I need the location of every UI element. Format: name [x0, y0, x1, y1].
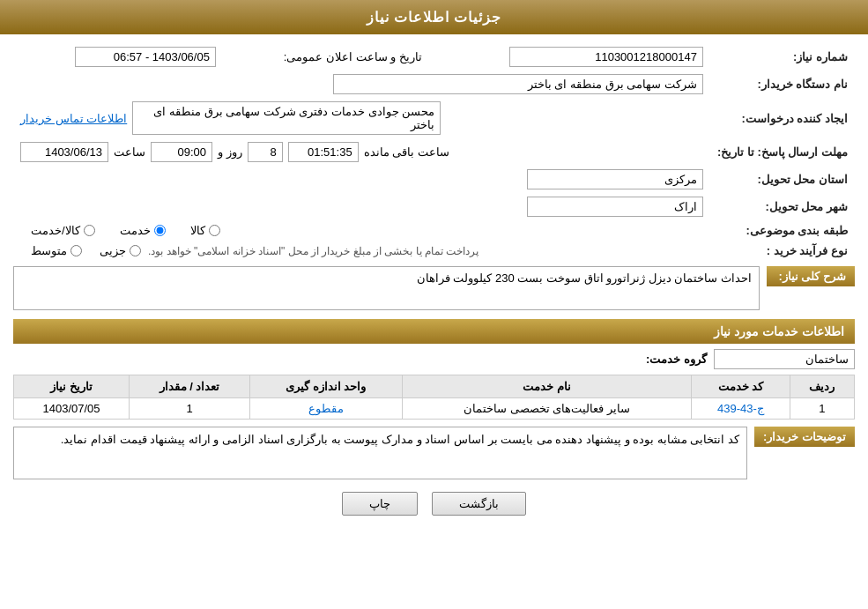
ejad-konande-value: محسن جوادی خدمات دفتری شرکت سهامی برق من…: [132, 101, 441, 135]
back-button[interactable]: بازگشت: [432, 492, 526, 516]
cell-tarikh: 1403/07/05: [14, 398, 130, 420]
saat-value: 09:00: [151, 142, 212, 162]
tarikh-value: 1403/06/13: [20, 142, 108, 162]
gorohe-khedmat-value: ساختمان: [714, 349, 855, 369]
nam-dastgah-value: شرکت سهامی برق منطقه ای باختر: [333, 74, 703, 94]
tabaghebandi-label: طبقه بندی موضوعی:: [710, 220, 855, 241]
farayand-note: پرداخت تمام یا بخشی از مبلغ خریدار از مح…: [148, 245, 479, 257]
rooz-value: 8: [248, 142, 283, 162]
col-tarikh: تاریخ نیاز: [14, 375, 130, 398]
motavaset-label: متوسط: [31, 244, 67, 257]
row-ejad: ایجاد کننده درخواست: اطلاعات تماس خریدار…: [13, 98, 855, 138]
page-container: جزئیات اطلاعات نیاز شماره نیاز: 11030012…: [0, 0, 868, 609]
cell-radif: 1: [790, 398, 854, 420]
cell-kod: ج-43-439: [692, 398, 790, 420]
baqi-label: ساعت باقی مانده: [364, 145, 449, 159]
khedmat-radio[interactable]: [154, 225, 166, 236]
sharh-content: احداث ساختمان دیزل ژنراتورو اتاق سوخت بس…: [13, 266, 760, 310]
col-vahed: واحد اندازه گیری: [249, 375, 402, 398]
ostan-value: مرکزی: [527, 169, 703, 189]
tosih-row: توضیحات خریدار: کد انتخابی مشابه بوده و …: [13, 427, 855, 479]
col-kod: کد خدمت: [692, 375, 790, 398]
ejad-konande-label: ایجاد کننده درخواست:: [710, 98, 855, 138]
cell-nam: سایر فعالیت‌های تخصصی ساختمان: [402, 398, 691, 420]
motavaset-radio[interactable]: [70, 245, 82, 256]
row-shomare: شماره نیاز: 1103001218000147 تاریخ و ساع…: [13, 43, 855, 71]
kala-khedmat-label: کالا/خدمت: [31, 224, 80, 237]
main-content: شماره نیاز: 1103001218000147 تاریخ و ساع…: [0, 34, 868, 537]
kala-khedmat-option[interactable]: کالا/خدمت: [31, 224, 95, 237]
table-body: 1 ج-43-439 سایر فعالیت‌های تخصصی ساختمان…: [14, 398, 855, 420]
print-button[interactable]: چاپ: [342, 492, 418, 516]
row-nam-dastgah: نام دستگاه خریدار: شرکت سهامی برق منطقه …: [13, 71, 855, 98]
shomare-niaz-value: 1103001218000147: [509, 47, 703, 67]
row-shahr: شهر محل تحویل: اراک: [13, 193, 855, 220]
mohlat-cell: 1403/06/13 ساعت 09:00 روز و 8 01:51:35 س…: [13, 138, 710, 166]
sharh-row: شرح کلی نیاز: احداث ساختمان دیزل ژنراتور…: [13, 266, 855, 310]
tarikh-ilan-label: تاریخ و ساعت اعلان عمومی:: [284, 50, 422, 63]
sharh-value: احداث ساختمان دیزل ژنراتورو اتاق سوخت بس…: [13, 266, 760, 310]
motavaset-option[interactable]: متوسط: [31, 244, 82, 257]
rooz-label: روز و: [218, 145, 242, 159]
gorohe-khedmat-row: گروه خدمت: ساختمان: [13, 349, 855, 369]
shahr-label: شهر محل تحویل:: [710, 193, 855, 220]
row-tabaghebandi: طبقه بندی موضوعی: کالا/خدمت خدمت: [13, 220, 855, 241]
page-header: جزئیات اطلاعات نیاز: [0, 0, 868, 34]
tabaghebandi-cell: کالا/خدمت خدمت کالا: [13, 220, 710, 241]
gorohe-khedmat-label: گروه خدمت:: [646, 353, 707, 366]
tabaghebandi-radio-group: کالا/خدمت خدمت کالا: [20, 224, 703, 237]
info-table: شماره نیاز: 1103001218000147 تاریخ و ساع…: [13, 43, 855, 261]
header-title: جزئیات اطلاعات نیاز: [367, 10, 502, 25]
row-ostan: استان محل تحویل: مرکزی: [13, 166, 855, 193]
shomare-niaz-label: شماره نیاز:: [710, 43, 855, 71]
tosih-value: کد انتخابی مشابه بوده و پیشنهاد دهنده می…: [13, 427, 747, 479]
ejad-konande-link[interactable]: اطلاعات تماس خریدار: [20, 112, 127, 125]
jozi-radio[interactable]: [130, 245, 141, 256]
jozi-option[interactable]: جزیی: [100, 244, 141, 257]
shahr-cell: اراک: [13, 193, 710, 220]
tarikh-ilan-value: 1403/06/05 - 06:57: [75, 47, 216, 67]
kala-option[interactable]: کالا: [190, 224, 220, 237]
tarikh-ilan-value-cell: 1403/06/05 - 06:57: [13, 43, 223, 71]
saat-label: ساعت: [114, 145, 145, 159]
buttons-row: بازگشت چاپ: [13, 492, 855, 516]
nooe-farayand-label: نوع فرآیند خرید :: [710, 241, 855, 261]
col-nam: نام خدمت: [402, 375, 691, 398]
baqi-value: 01:51:35: [288, 142, 359, 162]
tosih-label: توضیحات خریدار:: [754, 427, 855, 447]
services-table: ردیف کد خدمت نام خدمت واحد اندازه گیری ت…: [13, 375, 855, 420]
shahr-value: اراک: [527, 197, 703, 217]
col-tedad: تعداد / مقدار: [130, 375, 250, 398]
khedmat-section-header: اطلاعات خدمات مورد نیاز: [13, 319, 855, 344]
col-radif: ردیف: [790, 375, 854, 398]
khedmat-radio-label: خدمت: [120, 224, 151, 237]
cell-vahed: مقطوع: [249, 398, 402, 420]
tarikh-ilan-label-cell: تاریخ و ساعت اعلان عمومی:: [223, 43, 429, 71]
cell-tedad: 1: [130, 398, 250, 420]
jozi-label: جزیی: [100, 244, 126, 257]
row-nooe-farayand: نوع فرآیند خرید : متوسط جزیی پرداخت: [13, 241, 855, 261]
nam-dastgah-label: نام دستگاه خریدار:: [710, 71, 855, 98]
shomare-niaz-cell: 1103001218000147: [429, 43, 710, 71]
ejad-konande-cell: اطلاعات تماس خریدار محسن جوادی خدمات دفت…: [13, 98, 710, 138]
row-mohlat: مهلت ارسال پاسخ: تا تاریخ: 1403/06/13 سا…: [13, 138, 855, 166]
tosih-content: کد انتخابی مشابه بوده و پیشنهاد دهنده می…: [13, 427, 747, 479]
khedmat-option[interactable]: خدمت: [120, 224, 166, 237]
kala-radio-label: کالا: [190, 224, 205, 237]
kala-radio[interactable]: [209, 225, 220, 236]
ostan-label: استان محل تحویل:: [710, 166, 855, 193]
kala-khedmat-radio[interactable]: [84, 225, 95, 236]
nam-dastgah-cell: شرکت سهامی برق منطقه ای باختر: [13, 71, 710, 98]
nooe-farayand-cell: متوسط جزیی پرداخت تمام یا بخشی از مبلغ خ…: [13, 241, 710, 261]
table-header-row: ردیف کد خدمت نام خدمت واحد اندازه گیری ت…: [14, 375, 855, 398]
nooe-farayand-container: متوسط جزیی پرداخت تمام یا بخشی از مبلغ خ…: [20, 244, 703, 257]
mohlat-label: مهلت ارسال پاسخ: تا تاریخ:: [710, 138, 855, 166]
table-row: 1 ج-43-439 سایر فعالیت‌های تخصصی ساختمان…: [14, 398, 855, 420]
ostan-cell: مرکزی: [13, 166, 710, 193]
table-head: ردیف کد خدمت نام خدمت واحد اندازه گیری ت…: [14, 375, 855, 398]
sharh-label: شرح کلی نیاز:: [767, 266, 855, 286]
